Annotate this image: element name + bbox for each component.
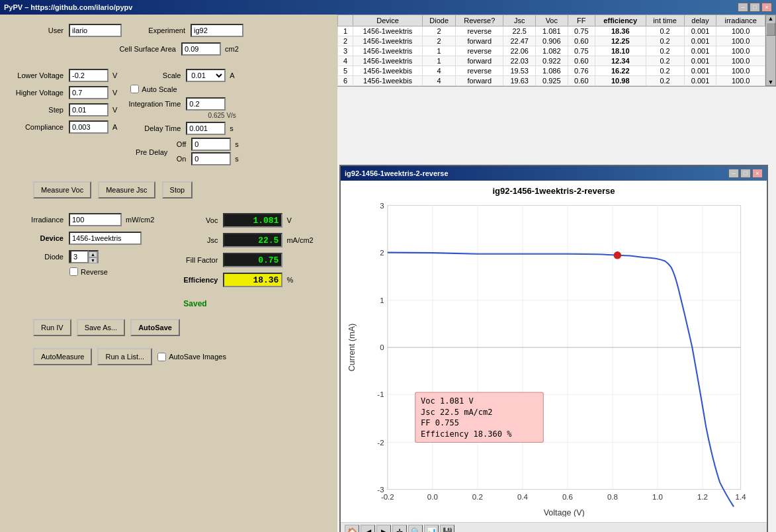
irradiance-unit: mW/cm2 (126, 216, 154, 224)
step-input[interactable] (69, 103, 108, 116)
save-image-button[interactable]: 💾 (440, 525, 454, 532)
ff-output-field: 0.75 (223, 253, 282, 267)
chart-close-button[interactable]: × (752, 169, 763, 178)
irradiance-label: Irradiance (7, 216, 66, 224)
table-cell: 0.2 (646, 26, 684, 36)
table-cell: 6 (338, 76, 353, 86)
table-cell: 1456-1weektris (353, 46, 422, 56)
jsc-output-field: 22.5 (223, 233, 282, 247)
table-cell: 100.0 (716, 36, 765, 46)
zoom-tool-button[interactable]: 🔍 (408, 525, 423, 532)
scale-select[interactable]: 0.01 0.1 1 (186, 69, 226, 82)
table-cell: 100.0 (716, 46, 765, 56)
table-cell: 1.086 (536, 66, 568, 76)
col-diode: Diode (423, 15, 456, 26)
scrollbar-up-arrow[interactable]: ▲ (768, 15, 774, 22)
cell-surface-input[interactable] (181, 42, 221, 56)
device-label: Device (7, 234, 66, 242)
reverse-checkbox[interactable] (69, 267, 78, 276)
autosave-button[interactable]: AutoSave (130, 319, 180, 336)
table-cell: 18.10 (595, 46, 646, 56)
svg-point-35 (614, 252, 621, 259)
integration-time-label: Integration Time (124, 100, 183, 108)
automeasure-button[interactable]: AutoMeasure (33, 348, 92, 365)
device-input[interactable] (69, 232, 142, 245)
measure-jsc-button[interactable]: Measure Jsc (98, 181, 155, 199)
run-iv-button[interactable]: Run IV (33, 319, 71, 336)
scrollbar-down-arrow[interactable]: ▼ (768, 79, 774, 85)
table-row: 21456-1weektris2forward22.470.9060.6012.… (338, 36, 765, 46)
chart-minimize-button[interactable]: – (728, 169, 739, 178)
home-tool-button[interactable]: 🏠 (345, 525, 359, 532)
jsc-output-value: 22.5 (258, 236, 279, 245)
compliance-input[interactable] (69, 120, 108, 134)
cell-surface-label: Cell Surface Area (93, 45, 179, 53)
experiment-input[interactable] (191, 24, 243, 37)
pan-tool-button[interactable]: ✛ (392, 525, 407, 532)
table-cell: 0.2 (646, 46, 684, 56)
svg-text:-3: -3 (377, 486, 384, 494)
forward-tool-button[interactable]: ▶ (376, 525, 391, 532)
lower-voltage-unit: V (112, 71, 117, 79)
diode-down-button[interactable]: ▼ (89, 257, 97, 263)
diode-spinner[interactable]: ▲ ▼ (69, 250, 99, 263)
table-cell: 19.63 (503, 76, 536, 86)
integration-time-input[interactable] (186, 97, 226, 111)
table-cell: 100.0 (716, 56, 765, 66)
irradiance-input[interactable] (69, 213, 122, 226)
col-jsc: Jsc (503, 15, 536, 26)
diode-label: Diode (7, 253, 66, 261)
close-button[interactable]: × (761, 3, 772, 12)
auto-scale-label: Auto Scale (142, 85, 177, 93)
stop-button[interactable]: Stop (162, 181, 193, 199)
auto-scale-checkbox[interactable] (130, 85, 139, 93)
table-cell: 0.60 (568, 56, 595, 66)
delay-time-row: Delay Time s (124, 122, 239, 135)
save-as-button[interactable]: Save As... (77, 319, 126, 336)
pre-delay-section: Pre Delay Off s On s (124, 138, 239, 167)
diode-row: Diode ▲ ▼ (7, 250, 154, 263)
user-input[interactable] (69, 24, 122, 37)
experiment-row: Experiment (128, 24, 243, 37)
chart-maximize-button[interactable]: □ (740, 169, 751, 178)
minimize-button[interactable]: – (738, 3, 748, 12)
maximize-button[interactable]: □ (750, 3, 760, 12)
ff-output-label: Fill Factor (161, 256, 220, 264)
table-cell: 4 (423, 66, 456, 76)
chart-window-title: ig92-1456-1weektris-2-reverse (345, 169, 449, 177)
table-cell: 100.0 (716, 66, 765, 76)
lower-voltage-input[interactable] (69, 69, 108, 82)
measure-voc-button[interactable]: Measure Voc (33, 181, 91, 199)
table-cell: 0.001 (684, 26, 716, 36)
scale-row: Scale 0.01 0.1 1 A (124, 69, 239, 82)
table-scrollbar[interactable]: ▲ ▼ (765, 15, 776, 86)
pre-delay-on-input[interactable] (191, 152, 231, 165)
table-cell: 3 (338, 46, 353, 56)
save-config-button[interactable]: 📊 (424, 525, 439, 532)
measure-buttons: Measure Voc Measure Jsc Stop (33, 181, 331, 199)
table-cell: 1.082 (536, 46, 568, 56)
higher-voltage-row: Higher Voltage V (7, 86, 117, 99)
higher-voltage-label: Higher Voltage (7, 89, 66, 97)
diode-spinner-buttons[interactable]: ▲ ▼ (89, 251, 97, 262)
svg-text:-0.2: -0.2 (381, 493, 394, 501)
autosave-images-checkbox[interactable] (157, 353, 166, 361)
table-cell: 0.906 (536, 36, 568, 46)
table-scroll-area[interactable]: Device Diode Reverse? Jsc Voc FF efficie… (337, 15, 765, 86)
scrollbar-thumb[interactable] (766, 22, 775, 36)
compliance-unit: A (112, 123, 117, 131)
run-a-list-button[interactable]: Run a List... (97, 348, 152, 365)
col-voc: Voc (536, 15, 568, 26)
table-cell: reverse (456, 26, 503, 36)
table-cell: 1456-1weektris (353, 26, 422, 36)
ff-output-value: 0.75 (258, 255, 279, 265)
pre-delay-off-input[interactable] (191, 138, 231, 151)
diode-up-button[interactable]: ▲ (89, 251, 97, 257)
diode-input[interactable] (70, 250, 89, 263)
svg-text:Efficiency 18.360 %: Efficiency 18.360 % (421, 429, 512, 439)
table-row: 61456-1weekbis4forward19.630.9250.6010.9… (338, 76, 765, 86)
delay-time-input[interactable] (186, 122, 226, 135)
table-cell: 1456-1weekbis (353, 76, 422, 86)
back-tool-button[interactable]: ◀ (361, 525, 375, 532)
higher-voltage-input[interactable] (69, 86, 108, 99)
